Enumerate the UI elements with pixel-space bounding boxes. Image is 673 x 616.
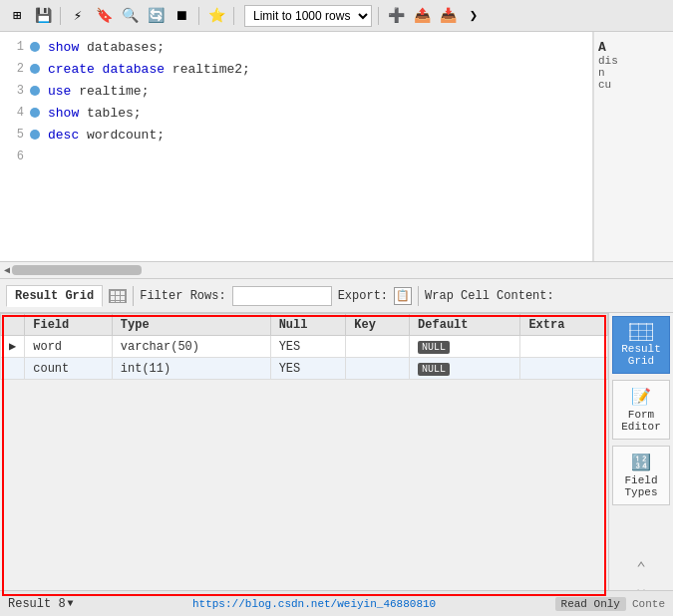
col-header-null[interactable]: Null xyxy=(270,314,346,336)
right-buttons-panel: ResultGrid 📝 FormEditor 🔢 FieldTypes ⌃ ⌄ xyxy=(608,313,673,598)
scroll-left-arrow[interactable]: ◀ xyxy=(4,264,10,276)
line-num-3: 3 xyxy=(4,84,24,98)
col-header-default[interactable]: Default xyxy=(410,314,520,336)
cell-default-1: NULL xyxy=(410,336,520,358)
right-panel-text-dis: dis xyxy=(598,55,669,67)
line-num-5: 5 xyxy=(4,128,24,142)
stop-icon[interactable]: ⏹ xyxy=(170,5,192,27)
editor-area: 1 show databases; 2 create database real… xyxy=(0,32,673,261)
chevron-toolbar-icon[interactable]: ❯ xyxy=(463,5,485,27)
cell-key-2 xyxy=(346,358,410,380)
col-header-field[interactable]: Field xyxy=(25,314,113,336)
read-only-badge: Read Only xyxy=(555,597,626,611)
line-dot-1 xyxy=(30,42,40,52)
result-label: Result 8 xyxy=(8,597,66,611)
cell-default-2: NULL xyxy=(410,358,520,380)
import-toolbar-icon[interactable]: 📥 xyxy=(437,5,459,27)
col-header-arrow xyxy=(1,314,25,336)
sql-line-4: 4 show tables; xyxy=(0,102,592,124)
result-dropdown-arrow[interactable]: ▼ xyxy=(68,598,74,609)
right-panel-text-a: A xyxy=(598,40,669,55)
add-icon[interactable]: ➕ xyxy=(385,5,407,27)
result-grid-button[interactable]: ResultGrid xyxy=(612,316,670,374)
filter-rows-label: Filter Rows: xyxy=(140,289,225,303)
toolbar-divider-1 xyxy=(60,7,61,25)
cell-type-1: varchar(50) xyxy=(112,336,270,358)
form-editor-button[interactable]: 📝 FormEditor xyxy=(612,380,670,440)
result-grid-button-label: ResultGrid xyxy=(621,343,661,367)
toolbar-sep-2 xyxy=(418,286,419,306)
cell-field-1: word xyxy=(25,336,113,358)
bookmark-icon[interactable]: 🔖 xyxy=(93,5,115,27)
result-grid-button-icon xyxy=(629,323,653,341)
grid-view-icon[interactable] xyxy=(109,289,127,303)
cell-field-2: count xyxy=(25,358,113,380)
sql-code-4: show tables; xyxy=(48,106,142,121)
cell-type-2: int(11) xyxy=(112,358,270,380)
row-arrow-2 xyxy=(1,358,25,380)
sql-code-5: desc wordcount; xyxy=(48,128,165,143)
wrap-cell-label: Wrap Cell Content: xyxy=(425,289,554,303)
scroll-up-chevron[interactable]: ⌃ xyxy=(636,558,646,578)
result-dropdown[interactable]: Result 8 ▼ xyxy=(8,597,74,611)
line-num-6: 6 xyxy=(4,150,24,163)
line-dot-3 xyxy=(30,86,40,96)
sql-line-6: 6 xyxy=(0,146,592,167)
filter-rows-input[interactable] xyxy=(232,286,332,306)
toolbar-divider-4 xyxy=(378,7,379,25)
field-types-icon: 🔢 xyxy=(617,453,665,472)
scroll-thumb[interactable] xyxy=(12,265,142,275)
save-icon[interactable]: 💾 xyxy=(32,5,54,27)
toolbar-divider-2 xyxy=(198,7,199,25)
line-dot-4 xyxy=(30,108,40,118)
sql-editor[interactable]: 1 show databases; 2 create database real… xyxy=(0,32,593,261)
col-header-key[interactable]: Key xyxy=(346,314,410,336)
result-main: Field Type Null Key Default Extra ▶ word xyxy=(0,313,673,598)
line-dot-2 xyxy=(30,64,40,74)
row-arrow-1: ▶ xyxy=(1,336,25,358)
grid-container: Field Type Null Key Default Extra ▶ word xyxy=(0,313,608,598)
field-types-button[interactable]: 🔢 FieldTypes xyxy=(612,446,670,505)
cell-null-1: YES xyxy=(270,336,346,358)
search-icon[interactable]: 🔍 xyxy=(119,5,141,27)
result-section: Result Grid Filter Rows: Export: 📋 Wrap … xyxy=(0,279,673,598)
right-panel-text-n: n xyxy=(598,67,669,79)
null-badge-1: NULL xyxy=(418,341,450,354)
right-info-panel: A dis n cu xyxy=(593,32,673,261)
result-table: Field Type Null Key Default Extra ▶ word xyxy=(0,313,608,380)
conte-text: Conte xyxy=(632,598,665,610)
line-dot-5 xyxy=(30,130,40,140)
table-row[interactable]: ▶ word varchar(50) YES NULL xyxy=(1,336,608,358)
toolbar-sep-1 xyxy=(133,286,134,306)
field-types-label: FieldTypes xyxy=(624,474,657,498)
export-icon[interactable]: 📋 xyxy=(394,287,412,305)
cell-null-2: YES xyxy=(270,358,346,380)
sql-line-5: 5 desc wordcount; xyxy=(0,124,592,146)
status-url: https://blog.csdn.net/weiyin_46880810 xyxy=(80,598,549,610)
lightning-icon[interactable]: ⚡ xyxy=(67,5,89,27)
sql-line-1: 1 show databases; xyxy=(0,36,592,58)
result-section-wrapper: Result Grid Filter Rows: Export: 📋 Wrap … xyxy=(0,279,673,598)
sql-code-3: use realtime; xyxy=(48,84,149,99)
null-badge-2: NULL xyxy=(418,363,450,376)
form-editor-icon: 📝 xyxy=(617,387,665,407)
line-num-4: 4 xyxy=(4,106,24,120)
star-icon[interactable]: ⭐ xyxy=(205,5,227,27)
status-bar: Result 8 ▼ https://blog.csdn.net/weiyin_… xyxy=(0,590,673,616)
form-editor-label: FormEditor xyxy=(621,409,661,433)
cell-extra-1 xyxy=(520,336,608,358)
horizontal-scrollbar[interactable]: ◀ xyxy=(0,261,673,279)
col-header-type[interactable]: Type xyxy=(112,314,270,336)
grid-icon[interactable]: ⊞ xyxy=(6,5,28,27)
limit-dropdown[interactable]: Limit to 1000 rows xyxy=(244,5,372,27)
sql-line-2: 2 create database realtime2; xyxy=(0,58,592,80)
sql-code-2: create database realtime2; xyxy=(48,62,250,77)
refresh-icon[interactable]: 🔄 xyxy=(145,5,167,27)
col-header-extra[interactable]: Extra xyxy=(520,314,608,336)
result-grid-tab[interactable]: Result Grid xyxy=(6,285,103,307)
toolbar-divider-3 xyxy=(233,7,234,25)
export-label: Export: xyxy=(338,289,388,303)
export-toolbar-icon[interactable]: 📤 xyxy=(411,5,433,27)
cell-key-1 xyxy=(346,336,410,358)
table-row[interactable]: count int(11) YES NULL xyxy=(1,358,608,380)
